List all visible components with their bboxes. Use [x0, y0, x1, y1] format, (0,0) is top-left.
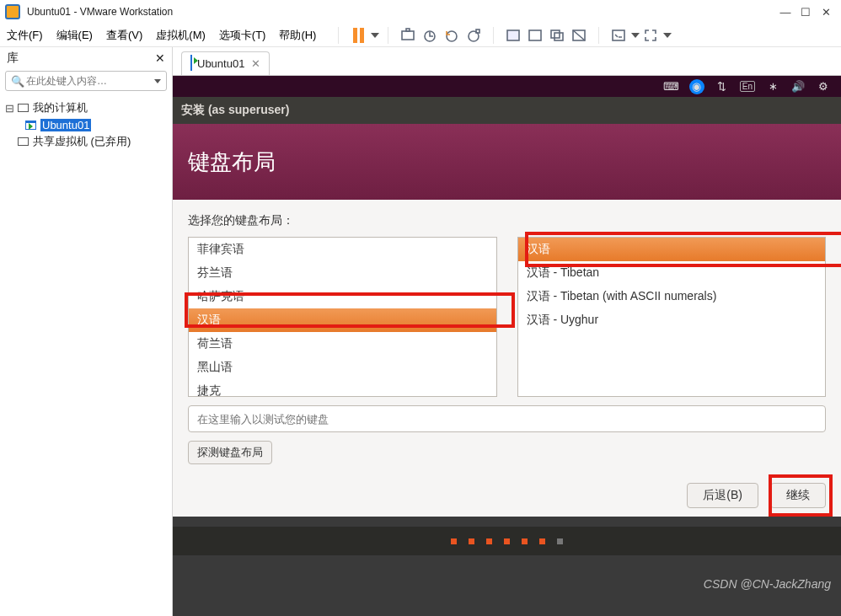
input-lang-indicator[interactable]: En: [740, 81, 755, 92]
snapshot-manager-icon[interactable]: [463, 24, 485, 46]
tree-vm-item[interactable]: Ubuntu01: [5, 116, 167, 133]
gear-icon[interactable]: ⚙: [816, 79, 831, 94]
svg-rect-9: [554, 33, 563, 40]
keyboard-icon[interactable]: ⌨: [664, 79, 679, 94]
list-item-selected[interactable]: 汉语: [518, 238, 826, 261]
minimize-button[interactable]: —: [775, 6, 795, 19]
installer-prompt: 选择您的键盘布局：: [188, 213, 826, 228]
titlebar: Ubuntu01 - VMware Workstation — ☐ ✕: [0, 0, 841, 24]
console-dropdown-icon[interactable]: [631, 33, 640, 38]
watermark: CSDN @CN-JackZhang: [704, 577, 831, 591]
progress-dot: [469, 538, 474, 544]
tree-shared-item[interactable]: 共享虚拟机 (已弃用): [5, 133, 167, 150]
installer-hero: 键盘布局: [173, 124, 841, 200]
sidebar-search-input[interactable]: [24, 74, 154, 88]
progress-dot: [539, 538, 545, 544]
close-button[interactable]: ✕: [816, 6, 836, 19]
tree-shared-label: 共享虚拟机 (已弃用): [33, 134, 131, 149]
bluetooth-icon[interactable]: ∗: [765, 79, 780, 94]
keyboard-layout-right-list[interactable]: 汉语 汉语 - Tibetan 汉语 - Tibetan (with ASCII…: [517, 237, 827, 397]
detect-layout-button[interactable]: 探测键盘布局: [188, 441, 272, 464]
vm-display[interactable]: ⌨ ◉ ⇅ En ∗ 🔊 ⚙ 安装 (as superuser) 键盘布局 选择…: [173, 76, 841, 616]
computer-icon: [16, 102, 29, 114]
shared-vms-icon: [16, 136, 29, 147]
pause-button[interactable]: [347, 24, 369, 46]
list-item[interactable]: 菲律宾语: [189, 238, 496, 261]
progress-dot: [522, 538, 528, 544]
sidebar-search[interactable]: 🔍: [5, 71, 167, 91]
power-dropdown-icon[interactable]: [371, 33, 379, 38]
snapshot-revert-icon[interactable]: [441, 24, 463, 46]
accessibility-icon[interactable]: ◉: [689, 79, 704, 94]
sidebar-close-icon[interactable]: ✕: [155, 51, 165, 65]
list-item[interactable]: 荷兰语: [189, 332, 496, 356]
fullscreen-dropdown-icon[interactable]: [663, 33, 672, 38]
view-single-icon[interactable]: [502, 24, 524, 46]
progress-dots: [173, 527, 841, 555]
svg-rect-6: [507, 30, 519, 40]
tree-vm-label: Ubuntu01: [40, 119, 91, 131]
svg-rect-7: [529, 30, 541, 40]
svg-line-11: [573, 30, 585, 40]
list-item-selected[interactable]: 汉语: [189, 308, 496, 332]
list-item[interactable]: 捷克: [189, 379, 496, 397]
sound-icon[interactable]: 🔊: [790, 79, 806, 94]
view-multi-icon[interactable]: [546, 24, 568, 46]
menu-edit[interactable]: 编辑(E): [56, 28, 93, 43]
app-icon: [5, 4, 20, 19]
menu-help[interactable]: 帮助(H): [279, 28, 316, 43]
list-item[interactable]: 汉语 - Uyghur: [518, 308, 826, 332]
svg-rect-1: [406, 29, 410, 31]
list-item[interactable]: 汉语 - Tibetan (with ASCII numerals): [518, 285, 826, 308]
keyboard-test-input[interactable]: [188, 405, 826, 432]
svg-rect-12: [613, 30, 624, 40]
progress-dot: [557, 538, 563, 544]
tree-root[interactable]: ⊟ 我的计算机: [5, 99, 167, 116]
svg-rect-0: [402, 31, 414, 40]
installer-titlebar: 安装 (as superuser): [173, 97, 841, 124]
snapshot-icon[interactable]: [419, 24, 441, 46]
progress-dot: [486, 538, 492, 544]
menu-view[interactable]: 查看(V): [106, 28, 142, 43]
menubar: 文件(F) 编辑(E) 查看(V) 虚拟机(M) 选项卡(T) 帮助(H): [0, 24, 841, 47]
svg-rect-5: [476, 29, 479, 33]
sidebar-header: 库: [7, 51, 19, 66]
console-view-icon[interactable]: [608, 24, 629, 46]
separator: [493, 27, 494, 44]
chevron-down-icon[interactable]: [154, 79, 161, 83]
tab-close-icon[interactable]: ✕: [251, 57, 260, 70]
list-item[interactable]: 汉语 - Tibetan: [518, 261, 826, 285]
tab-label: Ubuntu01: [197, 57, 244, 70]
progress-dot: [451, 538, 457, 544]
view-console-icon[interactable]: [524, 24, 546, 46]
list-item[interactable]: 哈萨克语: [189, 285, 496, 308]
separator: [388, 27, 388, 44]
continue-button[interactable]: 继续: [770, 483, 826, 508]
sidebar-tree: ⊟ 我的计算机 Ubuntu01 共享虚拟机 (已弃用): [0, 96, 172, 153]
tabbar: Ubuntu01 ✕: [173, 47, 841, 76]
back-button[interactable]: 后退(B): [687, 483, 758, 508]
menu-tabs[interactable]: 选项卡(T): [219, 28, 266, 43]
separator: [598, 27, 599, 44]
sidebar: 库 ✕ 🔍 ⊟ 我的计算机 Ubuntu01 共享虚拟机 (已弃用): [0, 47, 173, 616]
search-icon: 🔍: [11, 75, 24, 88]
menu-vm[interactable]: 虚拟机(M): [156, 28, 206, 43]
vm-running-icon: [190, 57, 192, 70]
list-item[interactable]: 芬兰语: [189, 261, 496, 285]
network-icon[interactable]: ⇅: [715, 79, 730, 94]
window-title: Ubuntu01 - VMware Workstation: [27, 6, 775, 18]
list-item[interactable]: 黑山语: [189, 356, 496, 379]
view-thumbnail-icon[interactable]: [568, 24, 590, 46]
svg-point-3: [447, 31, 457, 41]
installer-hero-title: 键盘布局: [188, 147, 276, 177]
keyboard-layout-left-list[interactable]: 菲律宾语 芬兰语 哈萨克语 汉语 荷兰语 黑山语 捷克: [188, 237, 497, 397]
vm-running-icon: [24, 119, 37, 131]
menu-file[interactable]: 文件(F): [7, 28, 43, 43]
progress-dot: [504, 538, 510, 544]
tab-ubuntu01[interactable]: Ubuntu01 ✕: [181, 51, 270, 75]
ubuntu-top-panel: ⌨ ◉ ⇅ En ∗ 🔊 ⚙: [173, 76, 841, 97]
tree-twisty-open-icon[interactable]: ⊟: [5, 102, 14, 115]
maximize-button[interactable]: ☐: [795, 6, 816, 19]
send-ctrl-alt-del-icon[interactable]: [397, 24, 419, 46]
fullscreen-icon[interactable]: [640, 24, 662, 46]
